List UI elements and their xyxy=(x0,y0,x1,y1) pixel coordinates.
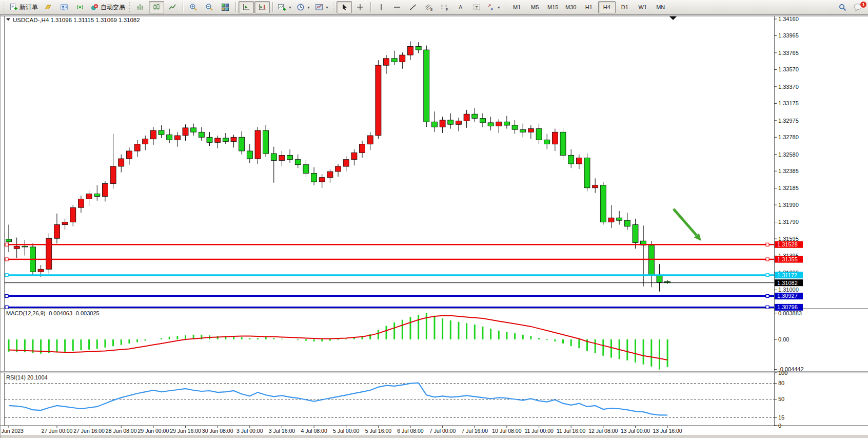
svg-text:13 Jul 00:00: 13 Jul 00:00 xyxy=(621,428,650,434)
zoom-out-button[interactable] xyxy=(202,1,217,13)
timeframe-w1-button[interactable]: W1 xyxy=(634,1,652,13)
svg-text:5 Jul 00:00: 5 Jul 00:00 xyxy=(333,428,360,434)
horizontal-line-icon xyxy=(393,3,401,11)
text-button[interactable]: A xyxy=(453,1,468,13)
toolbar: 新订单 自动交易 xyxy=(0,0,868,15)
svg-text:4 Jul 08:00: 4 Jul 08:00 xyxy=(301,428,327,434)
timeframe-m1-button[interactable]: M1 xyxy=(508,1,526,13)
svg-text:26 Jun 2023: 26 Jun 2023 xyxy=(1,428,24,434)
chart-title: USDCAD-,H4 1.31096 1.31115 1.31069 1.310… xyxy=(6,17,140,23)
text-icon: A xyxy=(457,3,465,11)
toolbar-grip[interactable] xyxy=(333,2,334,12)
svg-text:80: 80 xyxy=(778,380,784,386)
svg-text:1.33965: 1.33965 xyxy=(778,32,799,39)
chart-shift-button[interactable] xyxy=(254,1,270,13)
svg-text:E: E xyxy=(430,8,433,11)
dropdown-arrow-icon: ▼ xyxy=(307,6,310,9)
svg-text:1.31000: 1.31000 xyxy=(778,287,799,293)
toolbar-grip[interactable] xyxy=(4,2,5,12)
metaeditor-button[interactable] xyxy=(41,1,56,13)
toolbar-separator xyxy=(370,2,371,12)
profile-icon xyxy=(60,3,68,11)
periods-icon xyxy=(297,3,305,11)
chart-canvas[interactable]: 1.341601.339651.337651.335701.333701.331… xyxy=(1,15,868,438)
svg-text:1.33175: 1.33175 xyxy=(778,100,799,106)
svg-text:6 Jul 08:00: 6 Jul 08:00 xyxy=(397,428,424,434)
mt4-window: 新订单 自动交易 xyxy=(0,0,868,438)
svg-text:1.33765: 1.33765 xyxy=(778,50,799,56)
timeframe-m5-button[interactable]: M5 xyxy=(526,1,544,13)
signals-button[interactable] xyxy=(72,1,88,13)
svg-text:MACD(12,26,9) -0.004063 -0.003: MACD(12,26,9) -0.004063 -0.003025 xyxy=(6,310,100,316)
periods-button[interactable]: ▼ xyxy=(294,1,312,13)
bar-chart-button[interactable] xyxy=(133,1,148,13)
toolbar-separator xyxy=(183,2,183,12)
horizontal-line-button[interactable] xyxy=(389,1,405,13)
svg-text:7 Jul 16:00: 7 Jul 16:00 xyxy=(462,428,488,434)
toolbar-grip[interactable] xyxy=(505,2,506,12)
candlestick-button[interactable] xyxy=(149,1,164,13)
new-order-button[interactable]: 新订单 xyxy=(7,1,40,13)
svg-text:11 Jul 00:00: 11 Jul 00:00 xyxy=(524,428,554,434)
svg-text:7 Jul 00:00: 7 Jul 00:00 xyxy=(429,428,456,434)
text-label-button[interactable]: T xyxy=(469,1,484,13)
templates-button[interactable]: ▼ xyxy=(313,1,331,13)
add-indicator-icon xyxy=(278,3,286,11)
timeframe-m30-button[interactable]: M30 xyxy=(562,1,580,13)
arrows-icon xyxy=(487,3,495,11)
crosshair-icon xyxy=(356,3,364,11)
svg-text:1.34160: 1.34160 xyxy=(778,16,799,22)
cursor-button[interactable] xyxy=(337,1,352,13)
zoom-out-icon xyxy=(205,3,213,11)
profile-button[interactable] xyxy=(56,1,72,13)
metaeditor-icon xyxy=(44,3,52,11)
svg-text:1.31172: 1.31172 xyxy=(777,272,797,278)
timeframe-mn-button[interactable]: MN xyxy=(652,1,669,13)
svg-text:15: 15 xyxy=(778,414,784,421)
timeframe-h1-button[interactable]: H1 xyxy=(580,1,598,13)
vertical-line-button[interactable] xyxy=(373,1,389,13)
svg-text:F: F xyxy=(446,8,448,11)
zoom-in-button[interactable] xyxy=(186,1,201,13)
svg-text:0.00: 0.00 xyxy=(778,336,789,342)
dropdown-arrow-icon: ▼ xyxy=(288,6,292,9)
arrows-button[interactable]: ▼ xyxy=(485,1,503,13)
alerts-button[interactable]: 1 xyxy=(851,1,866,13)
search-button[interactable] xyxy=(835,1,850,13)
autotrading-icon xyxy=(90,3,99,11)
svg-text:RSI(14) 20.1004: RSI(14) 20.1004 xyxy=(6,374,48,380)
fibonacci-button[interactable]: E xyxy=(421,1,437,13)
svg-text:29 Jun 00:00: 29 Jun 00:00 xyxy=(138,428,169,434)
toolbar-grip[interactable] xyxy=(129,2,131,12)
add-indicator-button[interactable]: ▼ xyxy=(275,1,294,13)
line-chart-icon xyxy=(168,3,176,11)
svg-text:10 Jul 08:00: 10 Jul 08:00 xyxy=(492,428,521,434)
svg-text:1.31355: 1.31355 xyxy=(777,256,798,262)
svg-text:12 Jul 08:00: 12 Jul 08:00 xyxy=(588,428,618,434)
line-chart-button[interactable] xyxy=(165,1,180,13)
signals-icon xyxy=(76,3,84,11)
grid-button[interactable]: F xyxy=(437,1,452,13)
svg-text:1.31595: 1.31595 xyxy=(778,236,799,242)
tile-windows-button[interactable] xyxy=(218,1,233,13)
svg-text:50: 50 xyxy=(778,396,784,402)
bottom-strip xyxy=(1,435,868,438)
timeframe-m15-button[interactable]: M15 xyxy=(544,1,562,13)
tile-windows-icon xyxy=(221,3,229,11)
crosshair-button[interactable] xyxy=(352,1,368,13)
zoom-in-icon xyxy=(189,3,198,11)
timeframe-d1-button[interactable]: D1 xyxy=(616,1,634,13)
svg-text:3 Jul 16:00: 3 Jul 16:00 xyxy=(269,428,295,434)
svg-text:11 Jul 16:00: 11 Jul 16:00 xyxy=(557,428,586,434)
svg-text:0: 0 xyxy=(778,423,781,429)
trendline-button[interactable] xyxy=(405,1,421,13)
svg-text:1.32580: 1.32580 xyxy=(778,151,799,158)
chart-shift-icon xyxy=(258,3,266,11)
grid-icon: F xyxy=(440,3,449,11)
auto-scroll-button[interactable] xyxy=(239,1,254,13)
svg-text:3 Jul 00:00: 3 Jul 00:00 xyxy=(236,428,263,434)
timeframe-h4-button[interactable]: H4 xyxy=(598,1,616,13)
svg-text:1.32185: 1.32185 xyxy=(778,185,799,191)
autotrading-button[interactable]: 自动交易 xyxy=(88,1,127,13)
svg-text:13 Jul 16:00: 13 Jul 16:00 xyxy=(653,428,682,434)
